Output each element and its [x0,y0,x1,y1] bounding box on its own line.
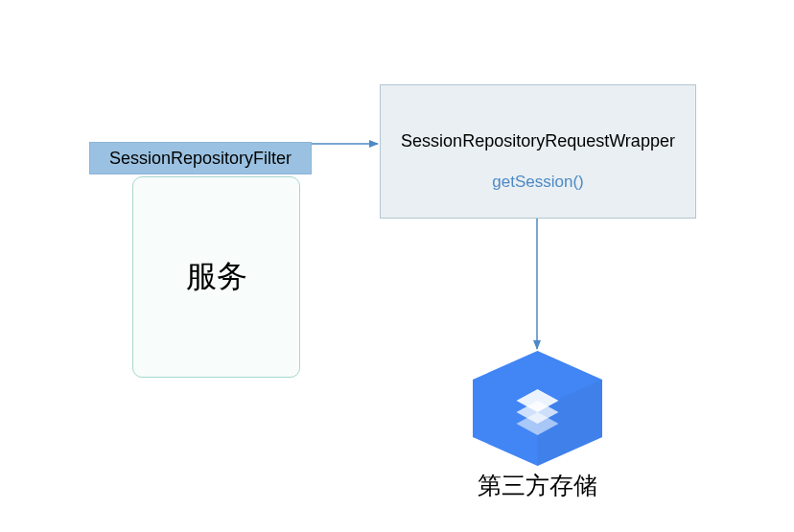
filter-label: SessionRepositoryFilter [109,149,292,169]
service-label: 服务 [186,256,247,298]
arrows-layer [0,0,794,532]
storage-node [473,351,602,466]
service-node: 服务 [132,176,300,378]
wrapper-node: SessionRepositoryRequestWrapper getSessi… [380,84,696,219]
storage-label: 第三方存储 [451,470,623,501]
storage-hexagon-icon [473,351,602,466]
wrapper-title: SessionRepositoryRequestWrapper [401,131,675,151]
filter-node: SessionRepositoryFilter [89,142,312,174]
wrapper-method: getSession() [492,173,583,192]
diagram-canvas: SessionRepositoryFilter 服务 SessionReposi… [0,0,794,532]
